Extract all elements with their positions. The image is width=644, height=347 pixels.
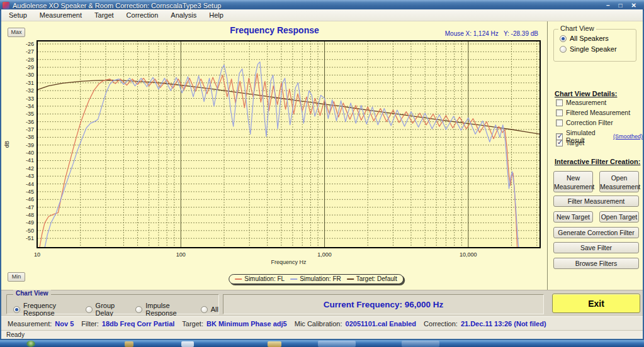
taskbar-folder-icon[interactable] bbox=[268, 341, 281, 347]
right-panel: Chart View All Speakers Single Speaker C… bbox=[548, 21, 643, 290]
svg-text:dB: dB bbox=[4, 141, 10, 148]
status-label: Mic Calibration: bbox=[295, 320, 342, 328]
status-label: Measurement: bbox=[8, 320, 52, 328]
radio-frequency-response[interactable]: Frequency Response bbox=[13, 302, 76, 317]
min-button[interactable]: Min bbox=[8, 272, 25, 282]
legend-dash-icon bbox=[290, 278, 297, 280]
status-value: 02051101.cal Enabled bbox=[346, 320, 417, 328]
radio-all[interactable]: All bbox=[201, 302, 218, 317]
save-filter-button[interactable]: Save Filter bbox=[553, 242, 639, 253]
checkbox-filtered-measurement[interactable]: Filtered Measurement bbox=[556, 109, 630, 116]
status-label: Correction: bbox=[424, 320, 458, 328]
status-bar: Measurement: Nov 5 Filter: 18db Freq Cor… bbox=[1, 316, 643, 330]
checkbox-label: Measurement bbox=[566, 99, 606, 106]
mouse-readout: Mouse X: 1,124 Hz Y: -28.39 dB bbox=[445, 30, 538, 37]
chart-legend: Simulation: FLSimulation: FRTarget: Defa… bbox=[229, 274, 404, 284]
checkbox-icon[interactable] bbox=[556, 140, 563, 146]
svg-text:-26: -26 bbox=[26, 41, 34, 47]
svg-text:-37: -37 bbox=[26, 126, 34, 133]
new-measurement-button[interactable]: New Measurement bbox=[553, 171, 593, 192]
taskbar-icon[interactable] bbox=[125, 341, 133, 347]
checkbox-icon[interactable] bbox=[556, 99, 563, 106]
menu-measurement[interactable]: Measurement bbox=[33, 10, 88, 20]
app-icon bbox=[3, 2, 9, 9]
legend-item: Simulation: FR bbox=[290, 275, 341, 282]
status-label: Filter: bbox=[81, 320, 99, 328]
current-frequency-text: Current Frequency: 96,000 Hz bbox=[324, 300, 444, 309]
svg-text:1,000: 1,000 bbox=[317, 251, 332, 258]
max-button[interactable]: Max bbox=[8, 28, 25, 37]
menu-setup[interactable]: Setup bbox=[3, 10, 33, 20]
menu-analysis[interactable]: Analysis bbox=[164, 10, 203, 20]
smoothed-link[interactable]: (Smoothed) bbox=[613, 133, 643, 140]
radio-single-speaker[interactable]: Single Speaker bbox=[560, 45, 617, 53]
svg-text:100: 100 bbox=[176, 251, 186, 258]
radio-icon[interactable] bbox=[135, 306, 142, 313]
generate-correction-filter-button[interactable]: Generate Correction Filter bbox=[553, 227, 639, 238]
radio-all-speakers[interactable]: All Speakers bbox=[560, 35, 609, 42]
checkbox-correction-filter[interactable]: Correction Filter bbox=[556, 119, 613, 126]
maximize-icon[interactable]: □ bbox=[619, 1, 623, 10]
svg-text:-45: -45 bbox=[26, 189, 34, 195]
new-target-button[interactable]: New Target bbox=[553, 211, 593, 223]
radio-label: Single Speaker bbox=[570, 45, 617, 53]
checkbox-icon[interactable] bbox=[556, 109, 563, 116]
open-measurement-button[interactable]: Open Measurement bbox=[599, 171, 639, 192]
frequency-response-chart[interactable]: -26-27-28-29-30-31-32-33-34-35-36-37-38-… bbox=[1, 21, 548, 290]
taskbar[interactable] bbox=[0, 340, 644, 347]
bottom-chart-view-groupbox: Chart View Frequency Response Group Dela… bbox=[6, 294, 219, 314]
legend-label: Simulation: FR bbox=[300, 275, 341, 282]
legend-label: Simulation: FL bbox=[244, 275, 285, 282]
legend-dash-icon bbox=[235, 278, 242, 280]
radio-label: All Speakers bbox=[570, 35, 609, 42]
start-orb-icon[interactable] bbox=[26, 341, 35, 347]
taskbar-window-button[interactable] bbox=[402, 341, 439, 347]
checkbox-measurement[interactable]: Measurement bbox=[556, 99, 606, 106]
status-filter: Filter: 18db Freq Corr Partial bbox=[81, 320, 174, 328]
filter-creation-buttons: New Measurement Open Measurement Filter … bbox=[553, 171, 639, 269]
radio-impulse-response[interactable]: Impulse Response bbox=[135, 302, 191, 317]
menu-correction[interactable]: Correction bbox=[120, 10, 165, 20]
svg-text:-27: -27 bbox=[26, 48, 34, 55]
chart-view-details-heading: Chart View Details: bbox=[555, 90, 617, 97]
checkbox-target[interactable]: Target bbox=[556, 139, 584, 146]
status-value: 18db Freq Corr Partial bbox=[102, 320, 175, 328]
checkbox-icon[interactable] bbox=[556, 119, 563, 126]
chart-area: -26-27-28-29-30-31-32-33-34-35-36-37-38-… bbox=[1, 21, 548, 290]
exit-button[interactable]: Exit bbox=[552, 294, 640, 313]
open-target-button[interactable]: Open Target bbox=[599, 211, 639, 223]
svg-text:-30: -30 bbox=[26, 72, 34, 78]
browse-filters-button[interactable]: Browse Filters bbox=[553, 258, 639, 269]
close-icon[interactable]: ✕ bbox=[631, 1, 636, 10]
screen: Audiolense XO Speaker & Room Correction:… bbox=[0, 0, 644, 347]
status-mic-calibration: Mic Calibration: 02051101.cal Enabled bbox=[295, 320, 416, 328]
status-label: Target: bbox=[182, 320, 203, 328]
svg-text:-36: -36 bbox=[26, 119, 34, 125]
current-frequency-panel: Current Frequency: 96,000 Hz bbox=[223, 294, 544, 314]
radio-group-delay[interactable]: Group Delay bbox=[86, 302, 126, 317]
svg-text:-46: -46 bbox=[26, 196, 34, 202]
svg-text:-49: -49 bbox=[26, 219, 34, 226]
svg-text:-38: -38 bbox=[26, 134, 34, 140]
svg-text:-31: -31 bbox=[26, 80, 34, 86]
radio-icon[interactable] bbox=[560, 35, 567, 42]
filter-measurement-button[interactable]: Filter Measurement bbox=[553, 196, 639, 207]
radio-icon[interactable] bbox=[560, 46, 567, 53]
taskbar-icon[interactable] bbox=[181, 341, 194, 347]
radio-icon[interactable] bbox=[201, 306, 208, 313]
taskbar-window-button[interactable] bbox=[318, 341, 356, 347]
menu-help[interactable]: Help bbox=[203, 10, 230, 20]
svg-text:10,000: 10,000 bbox=[460, 251, 477, 258]
menu-target[interactable]: Target bbox=[88, 10, 120, 20]
status-measurement: Measurement: Nov 5 bbox=[8, 320, 74, 328]
svg-text:-41: -41 bbox=[26, 157, 34, 163]
radio-icon[interactable] bbox=[13, 306, 20, 313]
svg-text:Frequency Hz: Frequency Hz bbox=[271, 259, 307, 265]
svg-text:-35: -35 bbox=[26, 111, 34, 117]
svg-text:-28: -28 bbox=[26, 57, 34, 63]
radio-icon[interactable] bbox=[86, 306, 93, 313]
minimize-icon[interactable]: – bbox=[606, 1, 610, 10]
svg-text:-39: -39 bbox=[26, 142, 34, 148]
svg-text:-51: -51 bbox=[26, 235, 34, 241]
status-value: 21.Dec.11 13:26 (Not filed) bbox=[461, 320, 546, 328]
